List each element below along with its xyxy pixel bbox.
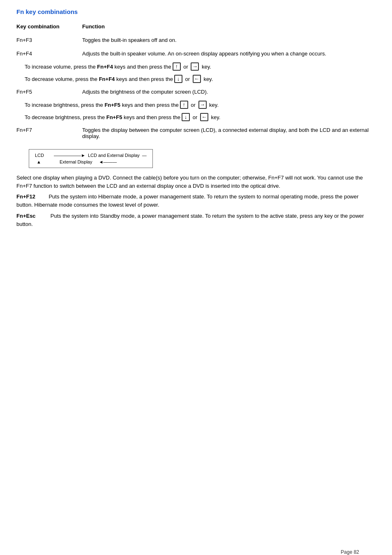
key-text-4: key. [210,114,221,120]
right-arrow-icon-bright: → [198,101,207,109]
page-title: Fn key combinations [16,8,376,15]
fn-f7-key: Fn+F7 [16,127,82,139]
volume-increase-line: To increase volume, press the Fn+F4 keys… [25,62,376,71]
fn-f12-block: Fn+F12 Puts the system into Hibernate mo… [16,193,376,209]
fn-f4-key: Fn+F4 [16,51,82,57]
fn-esc-key-label: Fn+Esc [16,213,36,219]
fn-f4-desc: Adjusts the built-in speaker volume. An … [82,51,376,57]
down-arrow-icon-bright: ↓ [182,113,190,121]
diagram-up-arrow: ▲ [35,159,51,164]
header-function: Function [82,23,105,30]
left-arrow-icon-vol: ← [193,75,201,83]
or-text-2: or [184,76,191,82]
lcd-diagram: LCD ——————► LCD and External Display — ▲… [29,149,153,168]
key-text-1: key. [200,64,211,70]
volume-decrease-line: To decrease volume, press the Fn+F4 keys… [25,75,376,83]
diagram-back-arrow: ◄——— [99,159,117,164]
brightness-decrease-text: To decrease brightness, press the Fn+F5 … [25,114,180,120]
diagram-external-label: External Display [60,159,92,164]
volume-decrease-text: To decrease volume, press the Fn+F4 keys… [25,76,173,82]
diagram-lcd-label: LCD [35,153,51,158]
brightness-decrease-line: To decrease brightness, press the Fn+F5 … [25,113,376,121]
up-arrow-icon-bright: ↑ [180,101,188,109]
fn-f12-description: Puts the system into Hibernate mode, a p… [16,193,359,208]
key-text-2: key. [202,76,213,82]
up-arrow-icon: ↑ [173,62,181,71]
or-text-3: or [189,102,197,108]
fn-esc-block: Fn+Esc Puts the system into Standby mode… [16,212,376,228]
fn-f12-key-label: Fn+F12 [16,193,35,200]
volume-increase-text: To increase volume, press the Fn+F4 keys… [25,64,171,70]
left-arrow-icon-bright: ← [200,113,208,121]
fn-f3-desc: Toggles the built-in speakers off and on… [82,37,376,43]
or-text-4: or [191,114,199,120]
brightness-increase-line: To increase brightness, press the Fn+F5 … [25,101,376,109]
page-number: Page 82 [341,549,359,555]
key-text-3: key. [208,102,219,108]
fn-f12-tab [37,193,47,200]
down-arrow-icon-vol: ↓ [174,75,182,83]
diagram-arrow-right: ——————► [54,153,85,158]
fn-esc-tab [37,213,49,219]
fn-esc-description: Puts the system into Standby mode, a pow… [16,213,364,227]
brightness-increase-text: To increase brightness, press the Fn+F5 … [25,102,179,108]
fn-f5-desc: Adjusts the brightness of the computer s… [82,89,376,95]
fn-f5-key: Fn+F5 [16,89,82,95]
right-arrow-icon: → [191,62,199,71]
select-dvd-block: Select one display when playing a DVD. C… [16,174,376,190]
diagram-lcd-external-label: LCD and External Display [88,153,140,158]
fn-f7-desc: Toggles the display between the computer… [82,127,376,139]
diagram-top-right-connector: — [142,153,147,158]
header-key-combination: Key combination [16,23,82,30]
fn-f3-key: Fn+F3 [16,37,82,43]
or-text-1: or [182,64,190,70]
